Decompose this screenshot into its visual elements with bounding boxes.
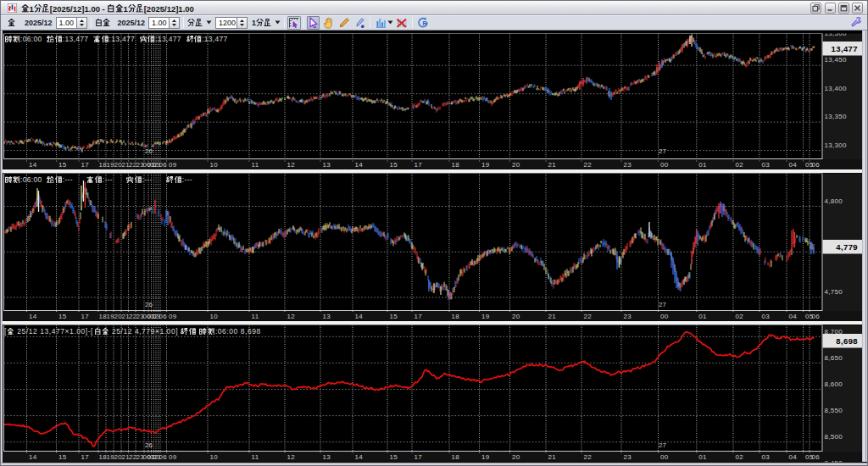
svg-text:19: 19	[481, 161, 490, 169]
svg-text:13,400: 13,400	[825, 85, 848, 92]
svg-text:15: 15	[58, 453, 67, 461]
svg-text:00: 00	[660, 313, 669, 320]
svg-text:4,779: 4,779	[836, 242, 858, 252]
svg-text:14: 14	[355, 453, 364, 461]
svg-text:13,350: 13,350	[825, 113, 848, 120]
svg-text:14: 14	[29, 313, 37, 320]
svg-text:21: 21	[548, 161, 557, 169]
svg-text:17: 17	[81, 453, 90, 461]
svg-text:03: 03	[762, 453, 771, 461]
svg-text:13: 13	[323, 453, 331, 461]
svg-text:26: 26	[145, 147, 153, 155]
svg-text:13,300: 13,300	[825, 141, 848, 149]
svg-text:22: 22	[584, 313, 593, 320]
svg-text:12: 12	[287, 453, 296, 461]
svg-text:15: 15	[390, 161, 398, 169]
svg-text:21: 21	[548, 313, 557, 320]
svg-text:27: 27	[659, 147, 666, 155]
svg-text:17: 17	[81, 161, 90, 169]
svg-text:20: 20	[512, 313, 520, 320]
svg-text:18: 18	[452, 313, 460, 320]
svg-text:04: 04	[789, 453, 798, 461]
svg-text:13,450: 13,450	[825, 56, 848, 64]
svg-text:06: 06	[159, 313, 168, 320]
svg-text:03: 03	[762, 161, 771, 169]
svg-text:15: 15	[390, 313, 398, 320]
svg-text:11: 11	[252, 313, 259, 320]
svg-text:4,800: 4,800	[825, 197, 843, 205]
svg-text:17: 17	[81, 313, 90, 320]
svg-text:06: 06	[812, 161, 821, 169]
svg-text:18: 18	[452, 453, 460, 461]
svg-text:14: 14	[355, 313, 364, 320]
svg-text:8,550: 8,550	[825, 407, 843, 414]
svg-text:21: 21	[548, 453, 557, 461]
svg-text:23: 23	[624, 161, 632, 169]
svg-text:15: 15	[58, 161, 67, 169]
svg-text:26: 26	[145, 301, 153, 308]
svg-text:10: 10	[210, 161, 219, 169]
svg-text:06: 06	[159, 453, 168, 461]
svg-text:02: 02	[736, 313, 744, 320]
svg-text:02: 02	[736, 453, 744, 461]
svg-text:01: 01	[698, 161, 707, 169]
svg-text:23: 23	[624, 453, 632, 461]
svg-text:12: 12	[287, 313, 296, 320]
svg-text:10: 10	[210, 313, 219, 320]
svg-text:14: 14	[355, 161, 364, 169]
svg-text:18: 18	[452, 161, 460, 169]
svg-text:17: 17	[415, 453, 423, 461]
svg-text:01: 01	[698, 453, 707, 461]
svg-text:15: 15	[58, 313, 67, 320]
svg-text:14: 14	[29, 453, 37, 461]
svg-text:06: 06	[812, 313, 821, 320]
svg-text:27: 27	[659, 301, 666, 308]
svg-text:23: 23	[624, 313, 632, 320]
svg-text:03: 03	[762, 313, 771, 320]
svg-text:09: 09	[169, 313, 177, 320]
svg-text:11: 11	[252, 161, 259, 169]
svg-text:09: 09	[169, 161, 177, 169]
svg-text:02: 02	[736, 161, 744, 169]
svg-text:09: 09	[169, 453, 177, 461]
svg-text:26: 26	[145, 441, 153, 449]
svg-text:13: 13	[323, 313, 331, 320]
svg-text:22: 22	[584, 161, 593, 169]
svg-text:8,600: 8,600	[825, 380, 843, 388]
svg-text:22: 22	[584, 453, 593, 461]
svg-text:17: 17	[415, 161, 423, 169]
svg-text:8,500: 8,500	[825, 433, 843, 441]
svg-text:12: 12	[287, 161, 296, 169]
svg-text:13: 13	[323, 161, 331, 169]
svg-text:17: 17	[415, 313, 423, 320]
svg-text:14: 14	[29, 161, 37, 169]
svg-text:01: 01	[698, 313, 707, 320]
svg-text:13,477: 13,477	[832, 44, 858, 53]
svg-text:04: 04	[789, 313, 798, 320]
svg-text:19: 19	[481, 313, 490, 320]
svg-text:04: 04	[789, 161, 798, 169]
svg-text:20: 20	[512, 161, 520, 169]
svg-text:R: R	[423, 20, 427, 26]
svg-text:11: 11	[252, 453, 259, 461]
svg-text:19: 19	[481, 453, 490, 461]
svg-text:20: 20	[512, 453, 520, 461]
svg-text:06: 06	[159, 161, 168, 169]
svg-text:00: 00	[660, 453, 669, 461]
svg-text:4,750: 4,750	[825, 288, 843, 296]
svg-text:00: 00	[660, 161, 669, 169]
svg-text:8,698: 8,698	[836, 336, 858, 346]
svg-text:15: 15	[390, 453, 398, 461]
svg-text:27: 27	[659, 441, 666, 449]
svg-text:8,650: 8,650	[825, 354, 843, 362]
svg-text:06: 06	[812, 453, 821, 461]
svg-text:10: 10	[210, 453, 219, 461]
